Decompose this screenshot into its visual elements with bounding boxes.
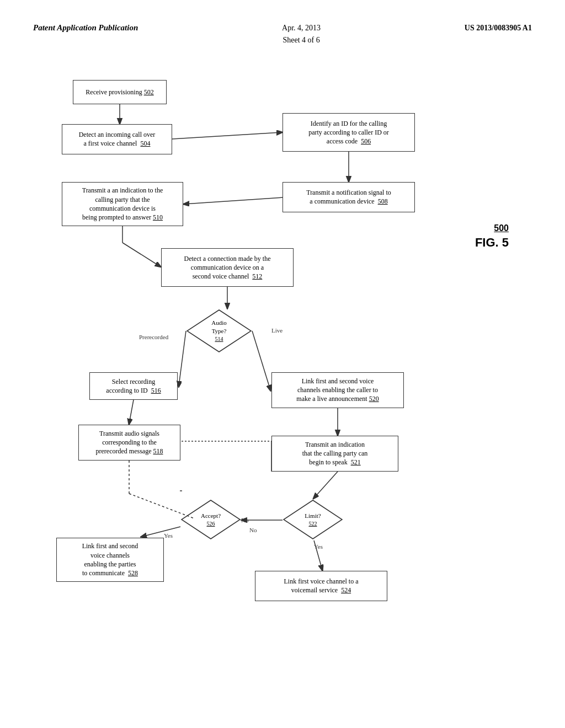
header-center: Apr. 4, 2013 Sheet 4 of 6 bbox=[282, 22, 321, 47]
diamond-514: AudioType?514 bbox=[186, 309, 252, 353]
svg-line-20 bbox=[142, 527, 180, 537]
svg-line-12 bbox=[252, 331, 270, 390]
box-528: Link first and secondvoice channelsenabl… bbox=[56, 538, 164, 582]
label-yes-522: Yes bbox=[314, 543, 323, 550]
label-live: Live bbox=[271, 327, 282, 334]
svg-line-9 bbox=[122, 243, 160, 266]
label-no-526: No bbox=[249, 527, 257, 533]
svg-line-11 bbox=[179, 331, 186, 386]
flowchart: 500 FIG. 5 Receive provisioning 502 Dete… bbox=[45, 80, 520, 687]
label-no-522: No bbox=[241, 517, 248, 523]
box-524: Link first voice channel to avoicemail s… bbox=[255, 571, 387, 601]
svg-line-15 bbox=[314, 472, 338, 498]
svg-line-13 bbox=[129, 400, 134, 424]
box-504: Detect an incoming call overa first voic… bbox=[62, 124, 172, 154]
box-518: Transmit audio signalscorresponding to t… bbox=[78, 425, 180, 461]
label-yes-526: Yes bbox=[164, 532, 173, 539]
svg-line-7 bbox=[184, 197, 282, 204]
diamond-526: Accept?526 bbox=[180, 499, 241, 540]
box-508: Transmit a notification signal toa commu… bbox=[282, 182, 415, 212]
box-520: Link first and second voicechannels enab… bbox=[271, 372, 404, 408]
box-521: Transmit an indicationthat the calling p… bbox=[271, 436, 398, 472]
diamond-522: Limit?522 bbox=[282, 499, 343, 540]
box-502: Receive provisioning 502 bbox=[73, 80, 167, 104]
page: Patent Application Publication Apr. 4, 2… bbox=[0, 0, 565, 728]
date-label: Apr. 4, 2013 bbox=[282, 22, 321, 34]
box-506: Identify an ID for the callingparty acco… bbox=[282, 113, 415, 152]
sheet-label: Sheet 4 of 6 bbox=[282, 34, 321, 46]
svg-line-5 bbox=[172, 132, 281, 139]
label-prerecorded: Prerecorded bbox=[139, 334, 168, 340]
header: Patent Application Publication Apr. 4, 2… bbox=[33, 22, 532, 47]
fig-number: 500 bbox=[475, 223, 509, 233]
publication-label: Patent Application Publication bbox=[33, 22, 138, 34]
patent-number: US 2013/0083905 A1 bbox=[465, 22, 532, 34]
box-510: Transmit a an indication to thecalling p… bbox=[62, 182, 183, 226]
box-512: Detect a connection made by thecommunica… bbox=[161, 248, 294, 287]
fig-label: FIG. 5 bbox=[475, 235, 509, 250]
publication-title: Patent Application Publication bbox=[33, 23, 138, 32]
box-516: Select recordingaccording to ID 516 bbox=[89, 372, 178, 400]
